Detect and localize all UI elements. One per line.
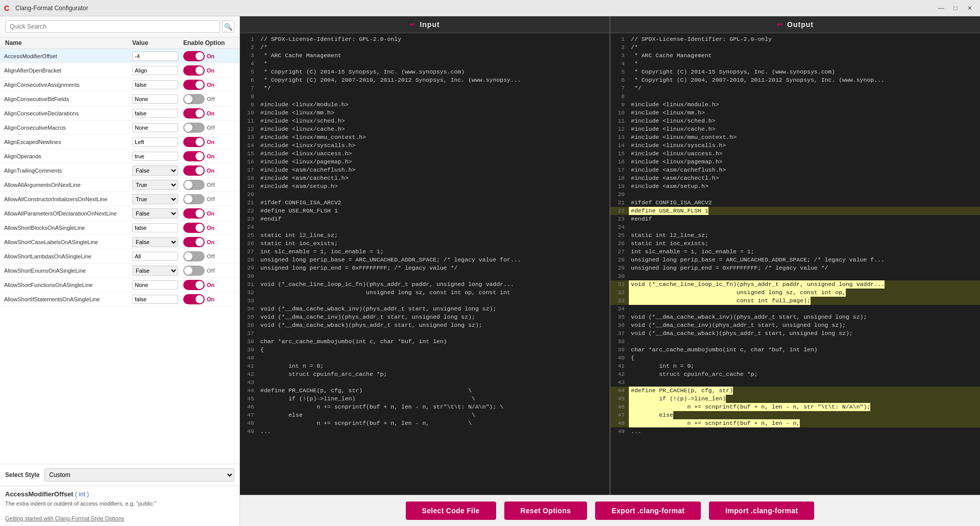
toggle-switch[interactable] bbox=[183, 180, 205, 190]
toggle-container[interactable]: On bbox=[183, 280, 218, 290]
option-row[interactable]: AllowShortEnumsOnASingleLineFalseOff bbox=[0, 264, 239, 278]
option-enable[interactable]: On bbox=[183, 165, 239, 176]
toggle-container[interactable]: On bbox=[183, 65, 218, 76]
option-value-input[interactable] bbox=[132, 252, 178, 261]
option-value[interactable] bbox=[132, 94, 183, 104]
option-value[interactable] bbox=[132, 295, 183, 304]
toggle-switch[interactable] bbox=[183, 165, 205, 176]
option-value[interactable] bbox=[132, 123, 183, 132]
toggle-container[interactable]: On bbox=[183, 294, 218, 304]
option-value-input[interactable] bbox=[132, 80, 178, 89]
option-value[interactable] bbox=[132, 223, 183, 232]
search-button[interactable]: 🔍 bbox=[222, 20, 234, 33]
toggle-switch[interactable] bbox=[183, 251, 205, 261]
option-value-select[interactable]: False bbox=[132, 165, 178, 176]
toggle-switch[interactable] bbox=[183, 208, 205, 219]
option-enable[interactable]: On bbox=[183, 137, 239, 147]
option-enable[interactable]: On bbox=[183, 80, 239, 90]
help-link[interactable]: Getting started with Clang-Format Style … bbox=[5, 515, 125, 521]
option-enable[interactable]: Off bbox=[183, 94, 239, 104]
option-row[interactable]: AllowShortLambdasOnASingleLineOff bbox=[0, 249, 239, 264]
option-value-select[interactable]: False bbox=[132, 237, 178, 247]
option-row[interactable]: AllowShortBlocksOnASingleLineOn bbox=[0, 221, 239, 235]
option-row[interactable]: AlignTrailingCommentsFalseOn bbox=[0, 163, 239, 178]
output-code-content[interactable]: 1// SPDX-License-Identifier: GPL-2.0-onl… bbox=[610, 33, 980, 495]
toggle-switch[interactable] bbox=[183, 94, 205, 104]
toggle-container[interactable]: On bbox=[183, 165, 218, 176]
close-button[interactable]: ✕ bbox=[964, 3, 976, 13]
option-enable[interactable]: On bbox=[183, 108, 239, 118]
option-enable[interactable]: On bbox=[183, 237, 239, 247]
option-value[interactable]: True bbox=[132, 194, 183, 204]
option-value[interactable] bbox=[132, 109, 183, 118]
toggle-switch[interactable] bbox=[183, 294, 205, 304]
option-enable[interactable]: On bbox=[183, 223, 239, 233]
option-row[interactable]: AllowAllConstructorInitializersOnNextLin… bbox=[0, 192, 239, 206]
toggle-switch[interactable] bbox=[183, 137, 205, 147]
option-row[interactable]: AllowShortCaseLabelsOnASingleLineFalseOn bbox=[0, 235, 239, 249]
option-row[interactable]: AccessModifierOffsetOn bbox=[0, 49, 239, 63]
toggle-switch[interactable] bbox=[183, 151, 205, 161]
toggle-container[interactable]: On bbox=[183, 223, 218, 233]
option-value[interactable]: False bbox=[132, 208, 183, 219]
toggle-container[interactable]: Off bbox=[183, 266, 218, 276]
option-value-select[interactable]: False bbox=[132, 208, 178, 219]
toggle-switch[interactable] bbox=[183, 108, 205, 118]
option-value-select[interactable]: False bbox=[132, 266, 178, 276]
toggle-switch[interactable] bbox=[183, 65, 205, 76]
option-value-input[interactable] bbox=[132, 94, 178, 104]
toggle-switch[interactable] bbox=[183, 266, 205, 276]
option-value-input[interactable] bbox=[132, 123, 178, 132]
option-value-input[interactable] bbox=[132, 295, 178, 304]
option-value-input[interactable] bbox=[132, 280, 178, 290]
toggle-switch[interactable] bbox=[183, 280, 205, 290]
option-value[interactable]: False bbox=[132, 165, 183, 176]
option-enable[interactable]: Off bbox=[183, 180, 239, 190]
toggle-container[interactable]: Off bbox=[183, 194, 218, 204]
option-row[interactable]: AlignConsecutiveAssignmentsOn bbox=[0, 78, 239, 92]
maximize-button[interactable]: □ bbox=[949, 3, 962, 13]
option-value[interactable] bbox=[132, 66, 183, 75]
option-value[interactable]: False bbox=[132, 266, 183, 276]
reset-options-button[interactable]: Reset Options bbox=[504, 501, 587, 520]
option-enable[interactable]: Off bbox=[183, 194, 239, 204]
input-code-content[interactable]: 1// SPDX-License-Identifier: GPL-2.0-onl… bbox=[240, 33, 609, 495]
option-row[interactable]: AllowShortIfStatementsOnASingleLineOn bbox=[0, 292, 239, 306]
option-enable[interactable]: On bbox=[183, 51, 239, 61]
toggle-container[interactable]: On bbox=[183, 108, 218, 118]
option-value[interactable] bbox=[132, 152, 183, 161]
option-enable[interactable]: On bbox=[183, 151, 239, 161]
option-row[interactable]: AllowShortFunctionsOnASingleLineOn bbox=[0, 278, 239, 292]
option-value-input[interactable] bbox=[132, 109, 178, 118]
option-row[interactable]: AlignEscapedNewlinesOn bbox=[0, 135, 239, 149]
toggle-switch[interactable] bbox=[183, 123, 205, 133]
option-row[interactable]: AlignAfterOpenBracketOn bbox=[0, 63, 239, 78]
export-clang-format-button[interactable]: Export .clang-format bbox=[595, 501, 701, 520]
toggle-container[interactable]: On bbox=[183, 151, 218, 161]
toggle-container[interactable]: Off bbox=[183, 94, 218, 104]
toggle-container[interactable]: On bbox=[183, 237, 218, 247]
search-input[interactable] bbox=[5, 20, 220, 33]
option-row[interactable]: AllowAllArgumentsOnNextLineTrueOff bbox=[0, 178, 239, 192]
option-enable[interactable]: Off bbox=[183, 251, 239, 261]
option-value[interactable] bbox=[132, 80, 183, 89]
option-value-select[interactable]: True bbox=[132, 180, 178, 190]
option-enable[interactable]: On bbox=[183, 294, 239, 304]
toggle-container[interactable]: On bbox=[183, 51, 218, 61]
toggle-switch[interactable] bbox=[183, 80, 205, 90]
option-value[interactable] bbox=[132, 137, 183, 147]
option-value-input[interactable] bbox=[132, 52, 178, 61]
option-enable[interactable]: On bbox=[183, 280, 239, 290]
option-value[interactable] bbox=[132, 252, 183, 261]
option-value-input[interactable] bbox=[132, 137, 178, 147]
toggle-switch[interactable] bbox=[183, 223, 205, 233]
option-value-select[interactable]: True bbox=[132, 194, 178, 204]
option-value[interactable]: False bbox=[132, 237, 183, 247]
option-value-input[interactable] bbox=[132, 223, 178, 232]
option-enable[interactable]: On bbox=[183, 65, 239, 76]
toggle-container[interactable]: On bbox=[183, 137, 218, 147]
toggle-container[interactable]: On bbox=[183, 208, 218, 219]
option-value[interactable] bbox=[132, 52, 183, 61]
option-value-input[interactable] bbox=[132, 152, 178, 161]
toggle-switch[interactable] bbox=[183, 194, 205, 204]
